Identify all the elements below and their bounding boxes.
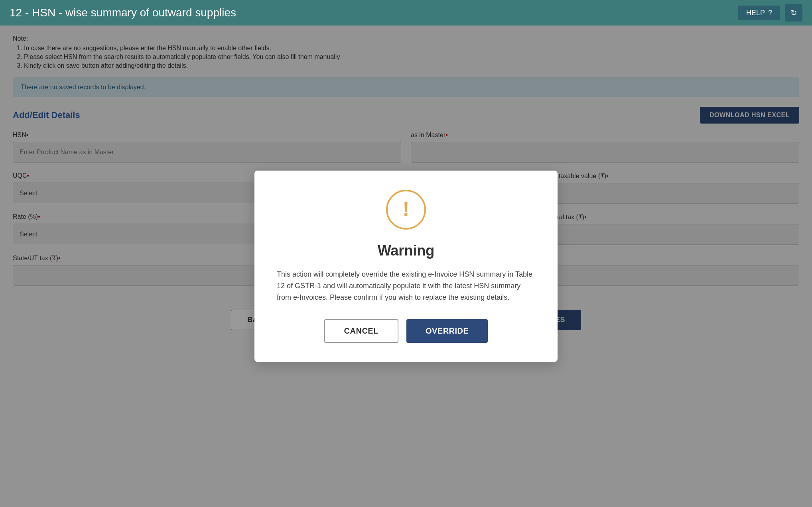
refresh-icon: ↻: [790, 8, 797, 18]
header-actions: HELP ? ↻: [738, 4, 802, 22]
help-label: HELP: [746, 9, 765, 17]
page-title: 12 - HSN - wise summary of outward suppl…: [10, 6, 236, 19]
warning-icon-circle: !: [386, 190, 426, 230]
help-icon: ?: [768, 9, 772, 17]
modal-actions: CANCEL OVERRIDE: [277, 319, 535, 343]
override-button[interactable]: OVERRIDE: [406, 319, 488, 343]
modal-body: This action will completely override the…: [277, 269, 535, 303]
warning-modal: ! Warning This action will completely ov…: [254, 171, 558, 362]
modal-overlay: ! Warning This action will completely ov…: [0, 26, 812, 507]
modal-title: Warning: [277, 242, 535, 259]
refresh-button[interactable]: ↻: [785, 4, 802, 22]
cancel-button[interactable]: CANCEL: [324, 319, 398, 343]
help-button[interactable]: HELP ?: [738, 6, 780, 20]
main-content: Note: In case there are no suggestions, …: [0, 26, 812, 507]
app-header: 12 - HSN - wise summary of outward suppl…: [0, 0, 812, 26]
exclamation-icon: !: [402, 198, 409, 219]
